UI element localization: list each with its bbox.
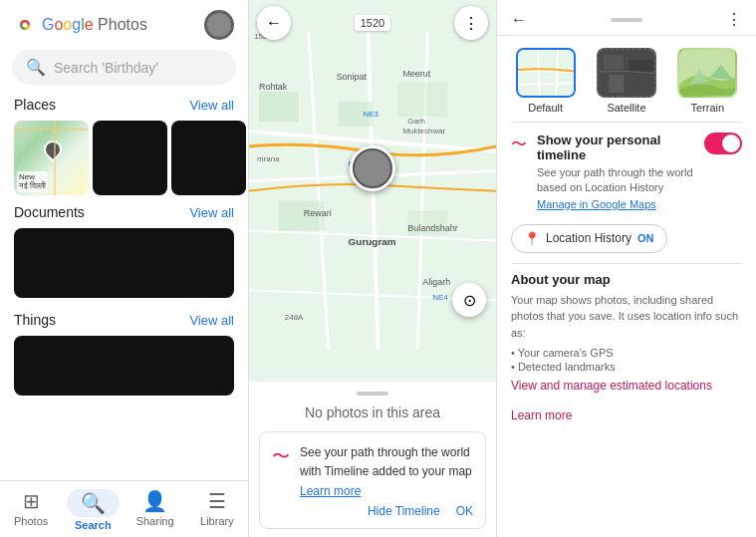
place-item-2[interactable] [93, 121, 167, 195]
nav-item-sharing[interactable]: 👤 Sharing [125, 481, 186, 537]
about-map-section: About your map Your map shows photos, in… [497, 264, 756, 402]
map-center-pin [350, 145, 395, 191]
map-kebab-icon: ⋮ [463, 14, 479, 33]
timeline-row: 〜 Show your personal timeline See your p… [511, 133, 742, 210]
things-section: Things View all [0, 308, 248, 403]
location-history-status: ON [637, 232, 654, 244]
timeline-info: Show your personal timeline See your pat… [537, 133, 694, 210]
svg-text:NE3: NE3 [364, 110, 379, 119]
search-icon: 🔍 [26, 58, 46, 77]
about-item-gps: Your camera's GPS [511, 347, 742, 359]
right-menu-button[interactable]: ⋮ [726, 10, 742, 29]
svg-point-1 [23, 23, 28, 28]
svg-rect-12 [397, 82, 447, 117]
satellite-label: Satellite [607, 102, 645, 114]
hide-timeline-button[interactable]: Hide Timeline [368, 504, 440, 518]
nav-label-search: Search [75, 519, 112, 531]
view-manage-locations-link[interactable]: View and manage estimated locations [511, 379, 742, 393]
documents-thumb[interactable] [14, 228, 234, 298]
default-map-thumb [516, 48, 576, 98]
about-learn-more-link[interactable]: Learn more [511, 408, 742, 422]
documents-section-header: Documents View all [0, 200, 248, 224]
timeline-chart-icon: 〜 [511, 134, 527, 155]
svg-text:Sonipat: Sonipat [337, 72, 368, 82]
timeline-title: See your path through the world with Tim… [300, 445, 472, 478]
nav-item-search[interactable]: 🔍 Search [62, 481, 124, 537]
personal-timeline-section: 〜 Show your personal timeline See your p… [497, 123, 756, 218]
place-label: Newनई दिल्ली [17, 171, 48, 192]
nav-item-photos[interactable]: ⊞ Photos [0, 481, 62, 537]
right-panel-header: ← ⋮ [497, 0, 756, 36]
svg-rect-37 [604, 55, 624, 70]
app-title: Google Photos [42, 16, 147, 34]
terrain-label: Terrain [691, 102, 725, 114]
map-background[interactable]: Rohtak Sonipat Meerut Garh Mukteshwar Re… [249, 0, 496, 382]
drag-handle [357, 392, 388, 396]
satellite-map-thumb [597, 48, 656, 98]
places-title: Places [14, 97, 56, 113]
no-photos-text: No photos in this area [305, 404, 440, 420]
location-history-button[interactable]: 📍 Location History ON [511, 224, 667, 253]
default-map-preview [518, 50, 576, 98]
back-arrow-icon: ← [266, 14, 282, 32]
search-bar[interactable]: 🔍 Search 'Birthday' [12, 50, 236, 85]
timeline-card-content: See your path through the world with Tim… [300, 442, 473, 518]
svg-rect-10 [259, 92, 299, 122]
svg-rect-40 [633, 78, 653, 92]
sharing-icon: 👤 [142, 489, 167, 513]
right-drag-handle [611, 18, 642, 22]
timeline-card: 〜 See your path through the world with T… [259, 431, 486, 529]
terrain-map-thumb [677, 48, 737, 98]
right-panel: ← ⋮ Default [497, 0, 756, 537]
things-thumb[interactable] [14, 336, 234, 396]
map-type-default[interactable]: Default [516, 48, 576, 114]
about-map-desc: Your map shows photos, including shared … [511, 292, 742, 342]
svg-text:Rohtak: Rohtak [259, 82, 288, 92]
map-label: 1520 [355, 15, 390, 31]
svg-rect-31 [518, 50, 576, 98]
terrain-map-preview [679, 50, 737, 98]
search-nav-icon: 🔍 [81, 492, 106, 514]
svg-text:Mukteshwar: Mukteshwar [402, 127, 445, 135]
avatar[interactable] [204, 10, 234, 40]
svg-text:NE4: NE4 [432, 293, 448, 302]
map-menu-button[interactable]: ⋮ [454, 6, 488, 40]
right-back-button[interactable]: ← [511, 11, 527, 29]
learn-more-link[interactable]: Learn more [300, 484, 473, 498]
place-item-delhi[interactable]: Newनई दिल्ली [14, 121, 89, 195]
nav-label-sharing: Sharing [136, 515, 174, 527]
nav-item-library[interactable]: ☰ Library [186, 481, 248, 537]
toggle-knob [722, 134, 740, 152]
timeline-trend-icon: 〜 [272, 444, 290, 468]
things-title: Things [14, 312, 56, 328]
ok-button[interactable]: OK [456, 504, 473, 518]
things-view-all[interactable]: View all [189, 313, 234, 328]
satellite-map-preview [599, 50, 656, 98]
places-view-all[interactable]: View all [189, 98, 234, 113]
map-back-button[interactable]: ← [257, 6, 291, 40]
svg-text:Bulandshahr: Bulandshahr [407, 223, 457, 233]
map-pin [40, 136, 65, 161]
things-section-header: Things View all [0, 308, 248, 332]
map-type-terrain[interactable]: Terrain [677, 48, 737, 114]
app-logo: Google Photos [14, 14, 147, 36]
documents-title: Documents [14, 204, 85, 220]
timeline-toggle[interactable] [704, 133, 742, 154]
map-type-satellite[interactable]: Satellite [597, 48, 656, 114]
location-pin-icon: 📍 [524, 231, 540, 246]
map-panel: Rohtak Sonipat Meerut Garh Mukteshwar Re… [249, 0, 497, 537]
pin-inner [355, 150, 390, 186]
svg-rect-38 [629, 60, 653, 72]
manage-google-maps-link[interactable]: Manage in Google Maps [537, 198, 694, 210]
map-type-selector: Default Satellite [497, 36, 756, 122]
nav-label-photos: Photos [14, 515, 48, 527]
documents-view-all[interactable]: View all [189, 205, 234, 220]
pin-photo [350, 145, 395, 191]
svg-text:Garh: Garh [407, 117, 425, 126]
svg-text:Meerut: Meerut [402, 69, 430, 79]
search-input[interactable]: Search 'Birthday' [54, 60, 158, 76]
default-label: Default [528, 102, 563, 114]
search-active-bg: 🔍 [67, 489, 120, 517]
place-item-3[interactable] [171, 121, 246, 195]
about-map-title: About your map [511, 272, 742, 287]
